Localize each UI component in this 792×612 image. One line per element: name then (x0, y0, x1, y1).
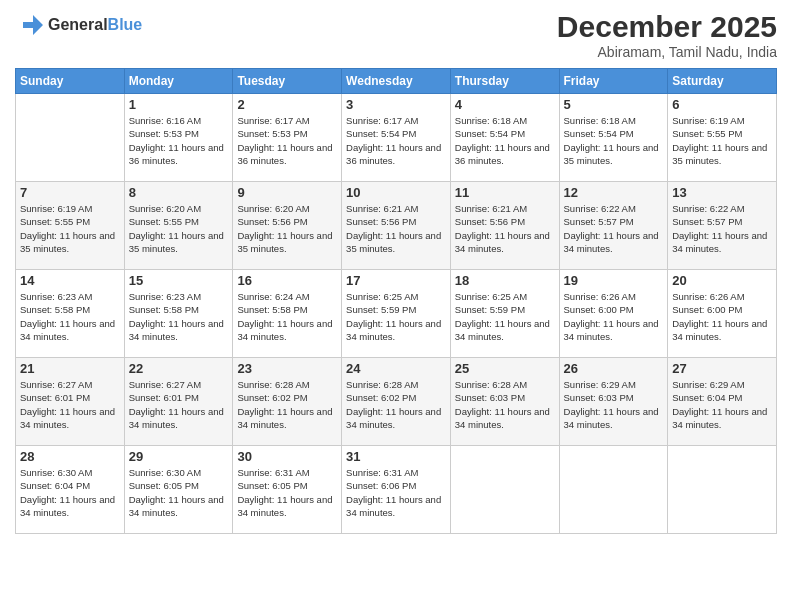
weekday-header-sunday: Sunday (16, 69, 125, 94)
cell-info: Sunrise: 6:20 AMSunset: 5:55 PMDaylight:… (129, 202, 229, 255)
day-number: 1 (129, 97, 229, 112)
cell-info: Sunrise: 6:29 AMSunset: 6:04 PMDaylight:… (672, 378, 772, 431)
cell-info: Sunrise: 6:18 AMSunset: 5:54 PMDaylight:… (455, 114, 555, 167)
weekday-header-monday: Monday (124, 69, 233, 94)
weekday-header-wednesday: Wednesday (342, 69, 451, 94)
calendar-cell (559, 446, 668, 534)
day-number: 4 (455, 97, 555, 112)
week-row-4: 21Sunrise: 6:27 AMSunset: 6:01 PMDayligh… (16, 358, 777, 446)
cell-info: Sunrise: 6:22 AMSunset: 5:57 PMDaylight:… (564, 202, 664, 255)
calendar-cell (16, 94, 125, 182)
day-number: 5 (564, 97, 664, 112)
calendar-cell: 11Sunrise: 6:21 AMSunset: 5:56 PMDayligh… (450, 182, 559, 270)
day-number: 24 (346, 361, 446, 376)
weekday-header-tuesday: Tuesday (233, 69, 342, 94)
calendar-cell: 25Sunrise: 6:28 AMSunset: 6:03 PMDayligh… (450, 358, 559, 446)
cell-info: Sunrise: 6:26 AMSunset: 6:00 PMDaylight:… (564, 290, 664, 343)
calendar-cell: 17Sunrise: 6:25 AMSunset: 5:59 PMDayligh… (342, 270, 451, 358)
day-number: 31 (346, 449, 446, 464)
cell-info: Sunrise: 6:17 AMSunset: 5:53 PMDaylight:… (237, 114, 337, 167)
logo-text: GeneralBlue (48, 16, 142, 34)
calendar-cell: 29Sunrise: 6:30 AMSunset: 6:05 PMDayligh… (124, 446, 233, 534)
day-number: 22 (129, 361, 229, 376)
week-row-3: 14Sunrise: 6:23 AMSunset: 5:58 PMDayligh… (16, 270, 777, 358)
day-number: 10 (346, 185, 446, 200)
cell-info: Sunrise: 6:21 AMSunset: 5:56 PMDaylight:… (455, 202, 555, 255)
weekday-header-saturday: Saturday (668, 69, 777, 94)
calendar-cell: 10Sunrise: 6:21 AMSunset: 5:56 PMDayligh… (342, 182, 451, 270)
calendar-cell: 20Sunrise: 6:26 AMSunset: 6:00 PMDayligh… (668, 270, 777, 358)
cell-info: Sunrise: 6:25 AMSunset: 5:59 PMDaylight:… (346, 290, 446, 343)
cell-info: Sunrise: 6:20 AMSunset: 5:56 PMDaylight:… (237, 202, 337, 255)
week-row-2: 7Sunrise: 6:19 AMSunset: 5:55 PMDaylight… (16, 182, 777, 270)
calendar-cell (450, 446, 559, 534)
day-number: 6 (672, 97, 772, 112)
calendar-cell: 5Sunrise: 6:18 AMSunset: 5:54 PMDaylight… (559, 94, 668, 182)
calendar-table: SundayMondayTuesdayWednesdayThursdayFrid… (15, 68, 777, 534)
day-number: 19 (564, 273, 664, 288)
weekday-header-row: SundayMondayTuesdayWednesdayThursdayFrid… (16, 69, 777, 94)
week-row-5: 28Sunrise: 6:30 AMSunset: 6:04 PMDayligh… (16, 446, 777, 534)
cell-info: Sunrise: 6:19 AMSunset: 5:55 PMDaylight:… (20, 202, 120, 255)
day-number: 16 (237, 273, 337, 288)
calendar-cell: 12Sunrise: 6:22 AMSunset: 5:57 PMDayligh… (559, 182, 668, 270)
calendar-cell: 9Sunrise: 6:20 AMSunset: 5:56 PMDaylight… (233, 182, 342, 270)
calendar-cell: 23Sunrise: 6:28 AMSunset: 6:02 PMDayligh… (233, 358, 342, 446)
logo-icon (15, 10, 45, 40)
cell-info: Sunrise: 6:19 AMSunset: 5:55 PMDaylight:… (672, 114, 772, 167)
day-number: 21 (20, 361, 120, 376)
weekday-header-thursday: Thursday (450, 69, 559, 94)
cell-info: Sunrise: 6:21 AMSunset: 5:56 PMDaylight:… (346, 202, 446, 255)
day-number: 9 (237, 185, 337, 200)
day-number: 7 (20, 185, 120, 200)
calendar-cell: 27Sunrise: 6:29 AMSunset: 6:04 PMDayligh… (668, 358, 777, 446)
day-number: 20 (672, 273, 772, 288)
cell-info: Sunrise: 6:27 AMSunset: 6:01 PMDaylight:… (129, 378, 229, 431)
calendar-cell: 1Sunrise: 6:16 AMSunset: 5:53 PMDaylight… (124, 94, 233, 182)
cell-info: Sunrise: 6:26 AMSunset: 6:00 PMDaylight:… (672, 290, 772, 343)
day-number: 14 (20, 273, 120, 288)
cell-info: Sunrise: 6:18 AMSunset: 5:54 PMDaylight:… (564, 114, 664, 167)
day-number: 2 (237, 97, 337, 112)
cell-info: Sunrise: 6:29 AMSunset: 6:03 PMDaylight:… (564, 378, 664, 431)
day-number: 18 (455, 273, 555, 288)
day-number: 15 (129, 273, 229, 288)
day-number: 26 (564, 361, 664, 376)
cell-info: Sunrise: 6:22 AMSunset: 5:57 PMDaylight:… (672, 202, 772, 255)
calendar-cell: 31Sunrise: 6:31 AMSunset: 6:06 PMDayligh… (342, 446, 451, 534)
calendar-cell: 8Sunrise: 6:20 AMSunset: 5:55 PMDaylight… (124, 182, 233, 270)
day-number: 3 (346, 97, 446, 112)
title-area: December 2025 Abiramam, Tamil Nadu, Indi… (557, 10, 777, 60)
calendar-cell: 26Sunrise: 6:29 AMSunset: 6:03 PMDayligh… (559, 358, 668, 446)
cell-info: Sunrise: 6:28 AMSunset: 6:02 PMDaylight:… (346, 378, 446, 431)
cell-info: Sunrise: 6:28 AMSunset: 6:03 PMDaylight:… (455, 378, 555, 431)
cell-info: Sunrise: 6:30 AMSunset: 6:04 PMDaylight:… (20, 466, 120, 519)
day-number: 28 (20, 449, 120, 464)
logo: GeneralBlue (15, 10, 142, 40)
day-number: 17 (346, 273, 446, 288)
cell-info: Sunrise: 6:16 AMSunset: 5:53 PMDaylight:… (129, 114, 229, 167)
day-number: 29 (129, 449, 229, 464)
day-number: 23 (237, 361, 337, 376)
calendar-cell: 15Sunrise: 6:23 AMSunset: 5:58 PMDayligh… (124, 270, 233, 358)
calendar-cell: 4Sunrise: 6:18 AMSunset: 5:54 PMDaylight… (450, 94, 559, 182)
calendar-cell: 22Sunrise: 6:27 AMSunset: 6:01 PMDayligh… (124, 358, 233, 446)
weekday-header-friday: Friday (559, 69, 668, 94)
cell-info: Sunrise: 6:28 AMSunset: 6:02 PMDaylight:… (237, 378, 337, 431)
day-number: 8 (129, 185, 229, 200)
cell-info: Sunrise: 6:23 AMSunset: 5:58 PMDaylight:… (129, 290, 229, 343)
cell-info: Sunrise: 6:23 AMSunset: 5:58 PMDaylight:… (20, 290, 120, 343)
cell-info: Sunrise: 6:24 AMSunset: 5:58 PMDaylight:… (237, 290, 337, 343)
location: Abiramam, Tamil Nadu, India (557, 44, 777, 60)
cell-info: Sunrise: 6:17 AMSunset: 5:54 PMDaylight:… (346, 114, 446, 167)
month-title: December 2025 (557, 10, 777, 44)
cell-info: Sunrise: 6:31 AMSunset: 6:05 PMDaylight:… (237, 466, 337, 519)
day-number: 12 (564, 185, 664, 200)
day-number: 25 (455, 361, 555, 376)
cell-info: Sunrise: 6:31 AMSunset: 6:06 PMDaylight:… (346, 466, 446, 519)
calendar-cell: 21Sunrise: 6:27 AMSunset: 6:01 PMDayligh… (16, 358, 125, 446)
week-row-1: 1Sunrise: 6:16 AMSunset: 5:53 PMDaylight… (16, 94, 777, 182)
calendar-cell: 6Sunrise: 6:19 AMSunset: 5:55 PMDaylight… (668, 94, 777, 182)
cell-info: Sunrise: 6:25 AMSunset: 5:59 PMDaylight:… (455, 290, 555, 343)
day-number: 13 (672, 185, 772, 200)
